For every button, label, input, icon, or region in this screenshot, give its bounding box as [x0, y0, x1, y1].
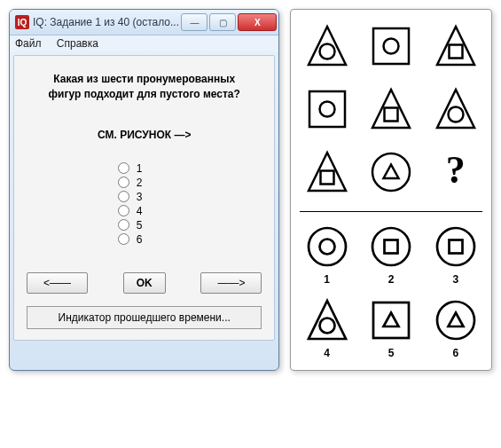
option-label: 1 — [137, 162, 143, 175]
svg-point-18 — [372, 228, 410, 265]
option-label: 2 — [137, 177, 143, 189]
svg-rect-13 — [320, 171, 333, 185]
svg-point-16 — [309, 228, 346, 265]
option-label: 6 — [137, 233, 143, 246]
puzzle-cell — [369, 87, 413, 134]
puzzle-grid: ? — [300, 24, 482, 197]
option-2[interactable]: 2 — [118, 177, 171, 189]
svg-point-7 — [319, 102, 334, 117]
menu-help[interactable]: Справка — [57, 37, 98, 50]
maximize-button[interactable]: ▢ — [209, 13, 236, 31]
radio-3[interactable] — [118, 191, 129, 202]
client-area: Какая из шести пронумерованных фигур под… — [13, 55, 275, 341]
radio-6[interactable] — [118, 233, 129, 245]
option-label: 5 — [137, 219, 143, 232]
svg-point-20 — [437, 228, 474, 265]
ok-button[interactable]: OK — [123, 272, 166, 294]
svg-rect-19 — [385, 240, 398, 254]
svg-rect-5 — [449, 45, 462, 59]
answer-option[interactable]: 3 — [434, 224, 478, 286]
question-text: Какая из шести пронумерованных фигур под… — [27, 72, 262, 102]
option-5[interactable]: 5 — [118, 219, 171, 232]
answer-label: 2 — [369, 273, 413, 286]
nav-row: <—— OK ——> — [27, 272, 262, 294]
svg-rect-24 — [373, 303, 409, 338]
question-mark-icon: ? — [446, 150, 466, 191]
puzzle-cell: ? — [446, 150, 466, 197]
answer-label: 6 — [434, 347, 478, 359]
answer-label: 4 — [305, 347, 349, 359]
minimize-button[interactable]: — — [181, 13, 207, 31]
svg-rect-2 — [373, 28, 409, 64]
option-label: 3 — [137, 191, 143, 203]
answer-label: 5 — [369, 347, 413, 359]
options-group: 1 2 3 4 5 6 — [118, 162, 171, 246]
menu-file[interactable]: Файл — [15, 37, 42, 50]
puzzle-cell — [434, 87, 478, 134]
puzzle-cell — [305, 24, 349, 71]
prev-button[interactable]: <—— — [27, 272, 88, 294]
app-window: IQ IQ: Задание 1 из 40 (остало... — ▢ X … — [9, 9, 279, 371]
puzzle-cell — [305, 150, 349, 197]
puzzle-cell — [369, 150, 413, 197]
svg-rect-9 — [385, 108, 398, 122]
svg-point-26 — [437, 302, 474, 339]
see-picture-label: СМ. РИСУНОК —> — [27, 129, 262, 141]
option-label: 4 — [137, 205, 143, 217]
answer-label: 3 — [434, 273, 478, 286]
answer-label: 1 — [305, 273, 349, 286]
answers-grid: 123456 — [300, 224, 482, 359]
radio-1[interactable] — [118, 162, 129, 174]
radio-4[interactable] — [118, 205, 129, 216]
answer-option[interactable]: 5 — [369, 298, 413, 359]
radio-2[interactable] — [118, 177, 129, 188]
option-6[interactable]: 6 — [118, 233, 171, 246]
close-button[interactable]: X — [238, 13, 277, 31]
svg-point-14 — [372, 153, 410, 191]
svg-point-17 — [319, 240, 334, 255]
svg-point-3 — [384, 39, 399, 54]
answer-option[interactable]: 1 — [305, 224, 349, 286]
svg-point-11 — [448, 107, 463, 122]
svg-marker-15 — [384, 165, 399, 179]
svg-rect-21 — [449, 240, 462, 254]
window-buttons: — ▢ X — [181, 13, 277, 31]
answer-option[interactable]: 2 — [369, 224, 413, 286]
divider — [300, 211, 482, 212]
option-1[interactable]: 1 — [118, 162, 171, 175]
window-title: IQ: Задание 1 из 40 (остало... — [33, 16, 181, 28]
radio-5[interactable] — [118, 219, 129, 231]
svg-marker-25 — [384, 313, 399, 327]
answer-option[interactable]: 4 — [305, 298, 349, 359]
svg-rect-6 — [309, 91, 345, 127]
time-indicator: Индикатор прошедшего времени... — [27, 306, 262, 329]
option-3[interactable]: 3 — [118, 191, 171, 203]
svg-point-23 — [319, 318, 334, 334]
puzzle-cell — [369, 24, 413, 71]
puzzle-cell — [434, 24, 478, 71]
menubar: Файл Справка — [10, 35, 278, 51]
answer-option[interactable]: 6 — [434, 298, 478, 359]
option-4[interactable]: 4 — [118, 205, 171, 217]
svg-marker-27 — [448, 313, 463, 327]
titlebar[interactable]: IQ IQ: Задание 1 из 40 (остало... — ▢ X — [10, 10, 278, 35]
puzzle-panel: ? 123456 — [290, 9, 492, 371]
puzzle-cell — [305, 87, 349, 134]
svg-point-1 — [319, 44, 334, 59]
next-button[interactable]: ——> — [200, 272, 262, 294]
app-icon: IQ — [15, 15, 29, 29]
